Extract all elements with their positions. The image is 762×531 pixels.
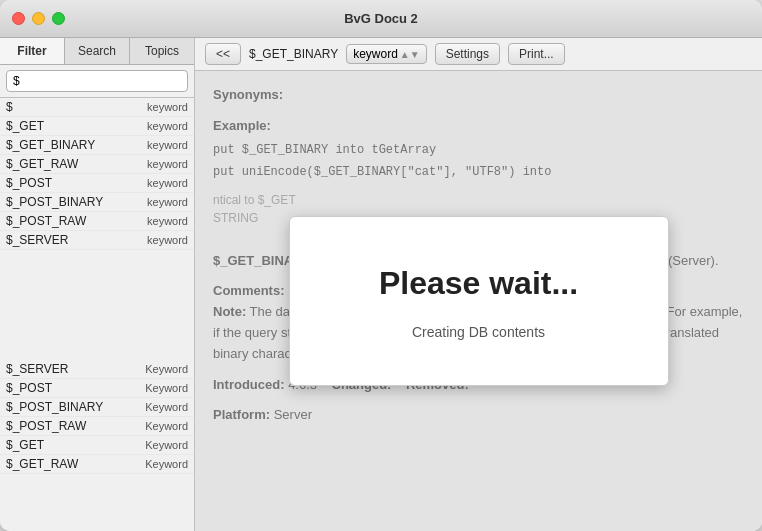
- minimize-button[interactable]: [32, 12, 45, 25]
- tab-search[interactable]: Search: [65, 38, 130, 64]
- tab-topics[interactable]: Topics: [130, 38, 194, 64]
- list-item[interactable]: $_GET keyword: [0, 117, 194, 136]
- search-input[interactable]: [6, 70, 188, 92]
- settings-button[interactable]: Settings: [435, 43, 500, 65]
- list-item[interactable]: $ keyword: [0, 98, 194, 117]
- traffic-lights: [12, 12, 65, 25]
- back-button[interactable]: <<: [205, 43, 241, 65]
- right-panel: << $_GET_BINARY keyword ▲▼ Settings Prin…: [195, 38, 762, 531]
- list-item[interactable]: $_GET_RAW Keyword: [0, 455, 194, 474]
- main-content: Filter Search Topics $ keyword $_GET key…: [0, 38, 762, 531]
- type-select[interactable]: keyword ▲▼: [346, 44, 426, 64]
- modal-title: Please wait...: [379, 258, 578, 309]
- list-item[interactable]: $_POST_RAW keyword: [0, 212, 194, 231]
- modal-box: Please wait... Creating DB contents: [289, 216, 669, 386]
- list-item[interactable]: $_GET_BINARY keyword: [0, 136, 194, 155]
- app-window: BvG Docu 2 Filter Search Topics $ keywor…: [0, 0, 762, 531]
- chevron-down-icon: ▲▼: [400, 49, 420, 60]
- list-item[interactable]: $_POST keyword: [0, 174, 194, 193]
- sidebar-tabs: Filter Search Topics: [0, 38, 194, 65]
- sidebar: Filter Search Topics $ keyword $_GET key…: [0, 38, 195, 531]
- list-item[interactable]: $_POST_RAW Keyword: [0, 417, 194, 436]
- title-bar: BvG Docu 2: [0, 0, 762, 38]
- modal-subtitle: Creating DB contents: [412, 321, 545, 343]
- close-button[interactable]: [12, 12, 25, 25]
- list-item[interactable]: $_SERVER Keyword: [0, 360, 194, 379]
- tab-filter[interactable]: Filter: [0, 38, 65, 64]
- window-title: BvG Docu 2: [344, 11, 418, 26]
- list-item[interactable]: $_GET_RAW keyword: [0, 155, 194, 174]
- modal-overlay: Please wait... Creating DB contents: [195, 71, 762, 531]
- sidebar-list: $ keyword $_GET keyword $_GET_BINARY key…: [0, 98, 194, 531]
- maximize-button[interactable]: [52, 12, 65, 25]
- type-value: keyword: [353, 47, 398, 61]
- list-item[interactable]: $_POST_BINARY keyword: [0, 193, 194, 212]
- list-item[interactable]: $_GET Keyword: [0, 436, 194, 455]
- print-button[interactable]: Print...: [508, 43, 565, 65]
- list-item[interactable]: $_SERVER keyword: [0, 231, 194, 250]
- content-area[interactable]: Synonyms: Example: put $_GET_BINARY into…: [195, 71, 762, 531]
- list-item[interactable]: $_POST Keyword: [0, 379, 194, 398]
- list-item[interactable]: $_POST_BINARY Keyword: [0, 398, 194, 417]
- keyword-label: $_GET_BINARY: [249, 47, 338, 61]
- toolbar: << $_GET_BINARY keyword ▲▼ Settings Prin…: [195, 38, 762, 71]
- search-box: [0, 65, 194, 98]
